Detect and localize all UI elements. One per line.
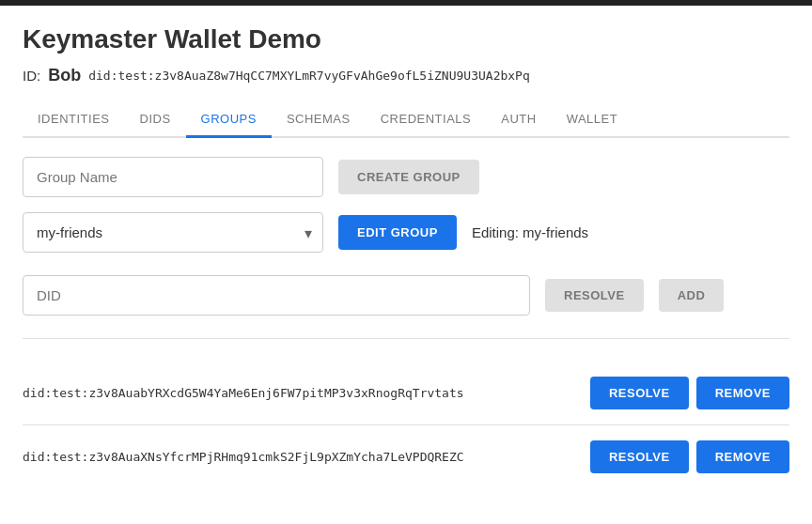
group-select-wrapper: my-friends ▾ — [23, 212, 323, 253]
did-value: did:test:z3v8AuabYRXcdG5W4YaMe6Enj6FW7pi… — [23, 386, 464, 400]
app-title: Keymaster Wallet Demo — [23, 24, 789, 54]
tab-auth[interactable]: AUTH — [486, 102, 551, 138]
tab-dids[interactable]: DIDS — [125, 102, 186, 138]
groups-section: CREATE GROUP my-friends ▾ EDIT GROUP Edi… — [23, 157, 789, 488]
tab-groups[interactable]: GROUPS — [186, 102, 272, 138]
resolve-button-1[interactable]: RESOLVE — [590, 440, 689, 473]
group-name-input[interactable] — [23, 157, 323, 197]
add-button-disabled[interactable]: ADD — [659, 279, 725, 312]
divider — [23, 338, 789, 339]
remove-button-1[interactable]: REMOVE — [696, 440, 789, 473]
id-did: did:test:z3v8AuaZ8w7HqCC7MXYLmR7vyGFvAhG… — [88, 69, 530, 83]
did-list: did:test:z3v8AuabYRXcdG5W4YaMe6Enj6FW7pi… — [23, 362, 789, 488]
did-value: did:test:z3v8AuaXNsYfcrMPjRHmq91cmkS2FjL… — [23, 450, 464, 464]
did-input[interactable] — [23, 275, 530, 316]
remove-button-0[interactable]: REMOVE — [696, 377, 789, 409]
main-content: Keymaster Wallet Demo ID: Bob did:test:z… — [0, 6, 812, 507]
tab-schemas[interactable]: SCHEMAS — [272, 102, 366, 138]
id-row: ID: Bob did:test:z3v8AuaZ8w7HqCC7MXYLmR7… — [23, 66, 789, 85]
resolve-button-0[interactable]: RESOLVE — [590, 377, 689, 409]
id-name: Bob — [48, 66, 81, 85]
create-group-button[interactable]: CREATE GROUP — [338, 160, 479, 194]
group-select[interactable]: my-friends — [23, 212, 323, 253]
did-actions: RESOLVE REMOVE — [590, 377, 789, 409]
did-list-item: did:test:z3v8AuabYRXcdG5W4YaMe6Enj6FW7pi… — [23, 362, 789, 425]
editing-label: Editing: my-friends — [472, 224, 588, 240]
resolve-button-disabled[interactable]: RESOLVE — [545, 279, 644, 312]
tab-wallet[interactable]: WALLET — [552, 102, 633, 138]
did-actions: RESOLVE REMOVE — [590, 440, 789, 473]
id-label: ID: — [23, 68, 40, 84]
tabs-bar: IDENTITIES DIDS GROUPS SCHEMAS CREDENTIA… — [23, 102, 789, 138]
create-group-row: CREATE GROUP — [23, 157, 789, 197]
did-input-row: RESOLVE ADD — [23, 275, 789, 316]
did-list-item: did:test:z3v8AuaXNsYfcrMPjRHmq91cmkS2FjL… — [23, 425, 789, 488]
edit-group-button[interactable]: EDIT GROUP — [338, 215, 457, 250]
tab-credentials[interactable]: CREDENTIALS — [366, 102, 487, 138]
tab-identities[interactable]: IDENTITIES — [23, 102, 125, 138]
edit-group-row: my-friends ▾ EDIT GROUP Editing: my-frie… — [23, 212, 789, 253]
